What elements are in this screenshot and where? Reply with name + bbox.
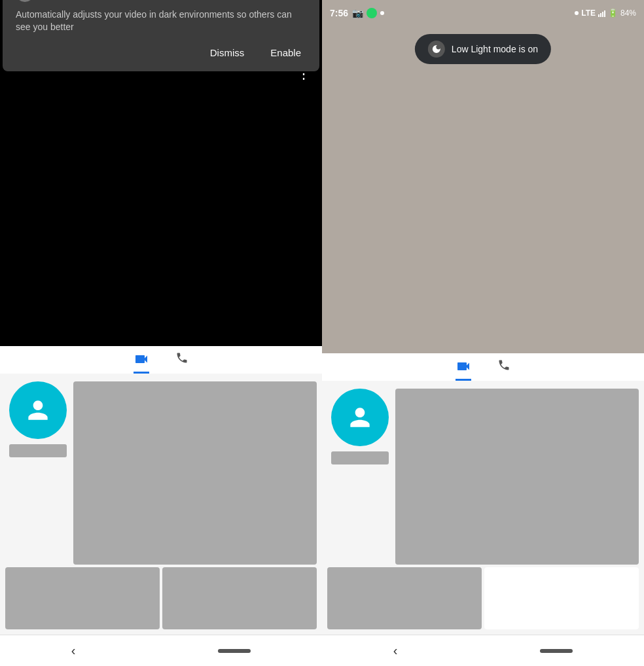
- low-light-card-title: Low Light mode: [16, 0, 306, 2]
- right-tab-phone[interactable]: [497, 359, 510, 381]
- right-lte-label: LTE: [581, 9, 596, 18]
- right-contact-thumb-2: [327, 567, 482, 629]
- left-tab-video[interactable]: [134, 351, 149, 374]
- right-video-tab-icon: [456, 359, 471, 374]
- left-nav-bar: ‹: [0, 635, 322, 666]
- left-contact-avatar-1: [9, 381, 67, 439]
- left-contact-thumb-1: [73, 381, 317, 565]
- right-home-pill[interactable]: [540, 649, 573, 653]
- right-whatsapp-icon: [367, 8, 377, 18]
- right-battery-percent: 84%: [620, 9, 636, 18]
- left-camera-view: ⋮ Low Light mode Automatically adjusts y…: [0, 26, 322, 346]
- low-light-card: Low Light mode Automatically adjusts you…: [3, 0, 319, 71]
- right-contact-thumb-1: [395, 389, 639, 565]
- left-back-button[interactable]: ‹: [71, 643, 76, 658]
- low-light-description: Automatically adjusts your video in dark…: [16, 9, 306, 34]
- right-contact-name-bar-1: [331, 451, 389, 464]
- right-contact-avatar-1: [331, 389, 389, 446]
- left-tab-phone[interactable]: [175, 351, 188, 374]
- right-nav-bar: ‹: [322, 635, 644, 666]
- left-home-pill[interactable]: [218, 649, 251, 653]
- right-time: 7:56: [330, 8, 348, 18]
- low-light-toast-text: Low Light mode is on: [452, 44, 538, 54]
- right-tab-video[interactable]: [456, 359, 471, 381]
- right-status-bar: 7:56 📷 LTE 🔋 84%: [322, 0, 644, 26]
- right-phone-tab-icon: [497, 359, 510, 375]
- right-battery-icon: 🔋: [608, 9, 618, 18]
- right-tab-bar: [322, 353, 644, 381]
- right-dot-icon: [380, 11, 384, 15]
- left-contact-thumb-3: [162, 567, 317, 629]
- camera-status-icon: 📷: [352, 8, 363, 18]
- dismiss-button[interactable]: Dismiss: [205, 44, 250, 61]
- low-light-toast: Low Light mode is on: [415, 34, 551, 64]
- low-light-card-icon: [16, 0, 34, 2]
- right-spacer-2: [484, 567, 639, 629]
- left-contacts-section: ‹: [0, 346, 322, 666]
- enable-button[interactable]: Enable: [265, 44, 306, 61]
- right-signal-icon: [598, 9, 605, 17]
- video-tab-icon: [134, 351, 149, 366]
- right-panel: 7:56 📷 LTE 🔋 84% Low Light mode is on: [322, 0, 644, 666]
- left-tab-bar: [0, 346, 322, 374]
- left-contact-thumb-2: [5, 567, 160, 629]
- left-contact-name-bar-1: [9, 444, 67, 457]
- left-panel: 7:56 M LTE 🔋 84% ⋮: [0, 0, 322, 666]
- right-signal-dot-icon: [575, 11, 579, 15]
- right-status-right: LTE 🔋 84%: [575, 9, 636, 18]
- right-camera-view: [322, 26, 644, 353]
- right-back-button[interactable]: ‹: [393, 643, 398, 658]
- right-contacts-section: ‹: [322, 353, 644, 666]
- low-light-toast-icon: [428, 41, 445, 58]
- right-status-icons: 📷: [352, 8, 384, 18]
- low-light-actions: Dismiss Enable: [16, 44, 306, 61]
- phone-tab-icon: [175, 351, 188, 368]
